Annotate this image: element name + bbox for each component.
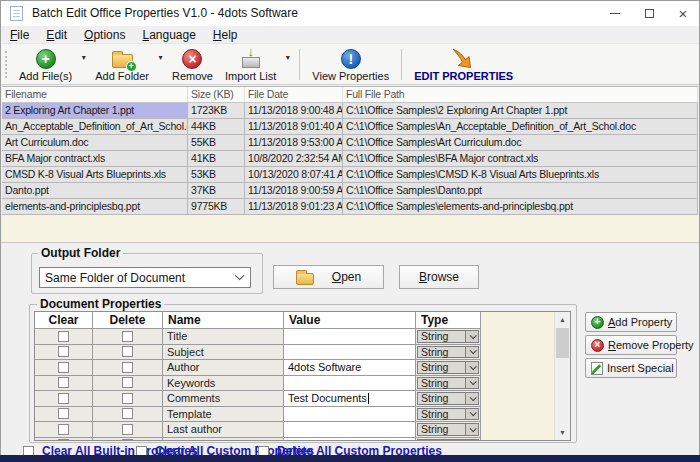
property-row[interactable]: CommentsTest DocumentsString (35, 391, 481, 407)
delete-checkbox[interactable] (122, 346, 133, 357)
delete-cell[interactable] (93, 329, 163, 344)
clear-cell[interactable] (35, 345, 93, 360)
minimize-button[interactable] (598, 0, 632, 26)
name-cell[interactable] (163, 438, 284, 442)
delete-checkbox[interactable] (122, 439, 133, 441)
menu-item-file[interactable]: File (3, 28, 36, 42)
clear-cell[interactable] (35, 376, 93, 391)
maximize-button[interactable] (632, 0, 666, 26)
delete-cell[interactable] (93, 391, 163, 406)
type-combo[interactable]: String (417, 377, 479, 390)
name-cell[interactable]: Template (163, 407, 284, 422)
type-cell[interactable]: String (416, 345, 481, 360)
property-row[interactable] (35, 438, 481, 442)
type-cell[interactable]: String (416, 407, 481, 422)
toolbar-button-remove[interactable]: ×Remove (166, 46, 219, 83)
toolbar-button-view-properties[interactable]: !View Properties (306, 46, 395, 83)
delete-cell[interactable] (93, 376, 163, 391)
table-row[interactable]: An_Acceptable_Definition_of_Art_Schol.do… (2, 119, 698, 135)
close-button[interactable]: × (666, 0, 700, 26)
type-cell[interactable]: String (416, 376, 481, 391)
value-cell[interactable] (284, 407, 416, 422)
type-combo[interactable]: String (417, 361, 479, 374)
chevron-down-icon[interactable] (465, 440, 478, 442)
name-cell[interactable]: Title (163, 329, 284, 344)
chevron-down-icon[interactable] (465, 409, 478, 420)
browse-button[interactable]: Browse (399, 265, 479, 289)
open-button[interactable]: Open (273, 265, 384, 289)
toolbar-button-add-folder[interactable]: +Add Folder (89, 46, 155, 83)
scroll-up-icon[interactable]: ▲ (555, 312, 570, 327)
name-cell[interactable]: Subject (163, 345, 284, 360)
scroll-down-icon[interactable]: ▼ (555, 425, 570, 440)
dropdown-caret-icon[interactable]: ▾ (282, 46, 293, 83)
delete-cell[interactable] (93, 422, 163, 437)
clear-checkbox[interactable] (58, 362, 69, 373)
value-cell[interactable]: Test Documents (284, 391, 416, 406)
chevron-down-icon[interactable] (465, 331, 478, 342)
toolbar-button-import-list[interactable]: Import List (219, 46, 282, 83)
type-combo[interactable] (417, 439, 479, 442)
toolbar-button-edit-properties[interactable]: EDIT PROPERTIES (408, 46, 519, 83)
insert-special-button[interactable]: Insert Special (585, 358, 677, 378)
menu-item-edit[interactable]: Edit (39, 28, 74, 42)
type-cell[interactable]: String (416, 329, 481, 344)
type-combo[interactable]: String (417, 346, 479, 359)
column-header-file-date[interactable]: File Date (245, 87, 343, 102)
type-combo[interactable]: String (417, 408, 479, 421)
table-row[interactable]: Danto.ppt37KB11/13/2018 9:00:59 AMC:\1\O… (2, 183, 698, 199)
chevron-down-icon[interactable] (465, 362, 478, 373)
type-combo[interactable]: String (417, 392, 479, 405)
delete-checkbox[interactable] (122, 377, 133, 388)
delete-checkbox[interactable] (122, 393, 133, 404)
type-combo[interactable]: String (417, 330, 479, 343)
dropdown-caret-icon[interactable]: ▾ (155, 46, 166, 83)
clear-checkbox[interactable] (58, 393, 69, 404)
column-header-filename[interactable]: Filename (2, 87, 188, 102)
clear-checkbox[interactable] (58, 377, 69, 388)
clear-checkbox[interactable] (58, 331, 69, 342)
clear-checkbox[interactable] (58, 346, 69, 357)
type-combo[interactable]: String (417, 423, 479, 436)
table-row[interactable]: elements-and-principlesbq.ppt9775KB11/13… (2, 199, 698, 215)
remove-property-button[interactable]: × Remove Property (585, 335, 677, 355)
value-cell[interactable] (284, 376, 416, 391)
clear-checkbox[interactable] (58, 408, 69, 419)
delete-cell[interactable] (93, 345, 163, 360)
clear-cell[interactable] (35, 422, 93, 437)
add-property-button[interactable]: + Add Property (585, 312, 677, 332)
type-cell[interactable] (416, 438, 481, 442)
clear-cell[interactable] (35, 407, 93, 422)
table-row[interactable]: 2 Exploring Art Chapter 1.ppt1723KB11/13… (2, 103, 698, 119)
menu-item-help[interactable]: Help (206, 28, 245, 42)
type-cell[interactable]: String (416, 422, 481, 437)
property-row[interactable]: SubjectString (35, 345, 481, 361)
column-header-full-file-path[interactable]: Full File Path (343, 87, 698, 102)
clear-checkbox[interactable] (58, 424, 69, 435)
output-folder-select[interactable]: Same Folder of Document (39, 267, 251, 288)
column-header-size-kb[interactable]: Size (KB) (188, 87, 245, 102)
value-cell[interactable] (284, 329, 416, 344)
name-cell[interactable]: Keywords (163, 376, 284, 391)
delete-checkbox[interactable] (122, 362, 133, 373)
scrollbar-thumb[interactable] (556, 328, 569, 358)
delete-cell[interactable] (93, 407, 163, 422)
delete-cell[interactable] (93, 438, 163, 442)
property-row[interactable]: Last authorString (35, 422, 481, 438)
chevron-down-icon[interactable] (465, 393, 478, 404)
property-row[interactable]: TitleString (35, 329, 481, 345)
chevron-down-icon[interactable] (465, 424, 478, 435)
clear-cell[interactable] (35, 360, 93, 375)
delete-checkbox[interactable] (122, 408, 133, 419)
dropdown-caret-icon[interactable]: ▾ (78, 46, 89, 83)
scrollbar[interactable]: ▲ ▼ (554, 312, 570, 440)
table-row[interactable]: BFA Major contract.xls41KB10/8/2020 2:32… (2, 151, 698, 167)
clear-cell[interactable] (35, 329, 93, 344)
value-cell[interactable]: 4dots Software (284, 360, 416, 375)
clear-cell[interactable] (35, 391, 93, 406)
toolbar-button-add-file-s[interactable]: +Add File(s) (13, 46, 78, 83)
value-cell[interactable] (284, 438, 416, 442)
name-cell[interactable]: Author (163, 360, 284, 375)
value-cell[interactable] (284, 422, 416, 437)
menu-item-language[interactable]: Language (135, 28, 202, 42)
